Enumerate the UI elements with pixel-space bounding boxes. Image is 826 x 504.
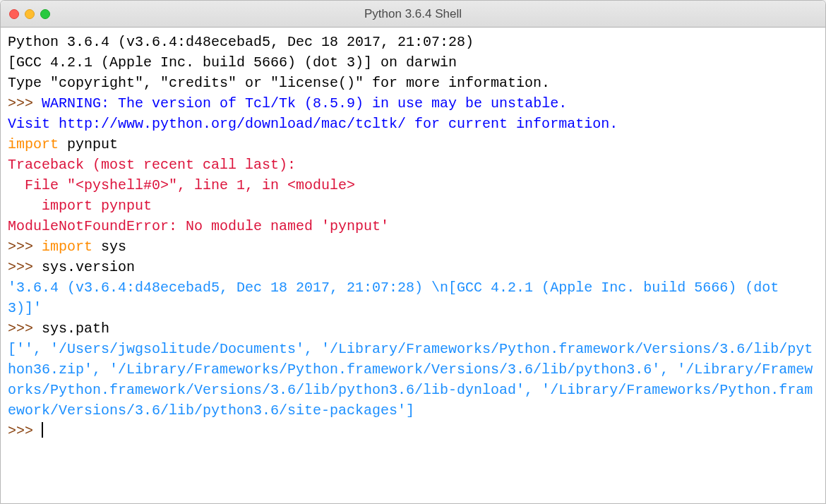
prompt: >>> — [8, 95, 42, 112]
output-sys-version: '3.6.4 (v3.6.4:d48ecebad5, Dec 18 2017, … — [8, 280, 787, 316]
minimize-icon[interactable] — [25, 9, 35, 19]
tcltk-warning: WARNING: The version of Tcl/Tk (8.5.9) i… — [8, 95, 618, 132]
text-cursor-icon — [42, 422, 43, 438]
shell-output-area[interactable]: Python 3.6.4 (v3.6.4:d48ecebad5, Dec 18 … — [1, 28, 825, 503]
python-header-line2: [GCC 4.2.1 (Apple Inc. build 5666) (dot … — [8, 54, 457, 71]
output-sys-path: ['', '/Users/jwgsolitude/Documents', '/L… — [8, 341, 813, 419]
titlebar: Python 3.6.4 Shell — [1, 1, 825, 28]
cmd-sys-version: sys.version — [42, 259, 135, 275]
cmd-sys-path: sys.path — [42, 320, 109, 337]
close-icon[interactable] — [9, 9, 19, 19]
prompt: >>> — [8, 259, 42, 275]
maximize-icon[interactable] — [40, 9, 50, 19]
prompt: >>> — [8, 320, 42, 337]
module-pynput: pynput — [59, 136, 118, 152]
module-sys: sys — [92, 239, 126, 255]
prompt: >>> — [8, 423, 42, 439]
python-header-line1: Python 3.6.4 (v3.6.4:d48ecebad5, Dec 18 … — [8, 34, 482, 50]
traceback-error: Traceback (most recent call last): File … — [8, 157, 389, 234]
window-title: Python 3.6.4 Shell — [1, 7, 825, 21]
idle-shell-window: Python 3.6.4 Shell Python 3.6.4 (v3.6.4:… — [0, 0, 826, 504]
traffic-lights — [1, 9, 50, 19]
prompt: >>> — [8, 239, 42, 255]
python-header-line3: Type "copyright", "credits" or "license(… — [8, 75, 550, 91]
import-keyword: import — [8, 136, 59, 152]
import-keyword: import — [42, 239, 92, 255]
